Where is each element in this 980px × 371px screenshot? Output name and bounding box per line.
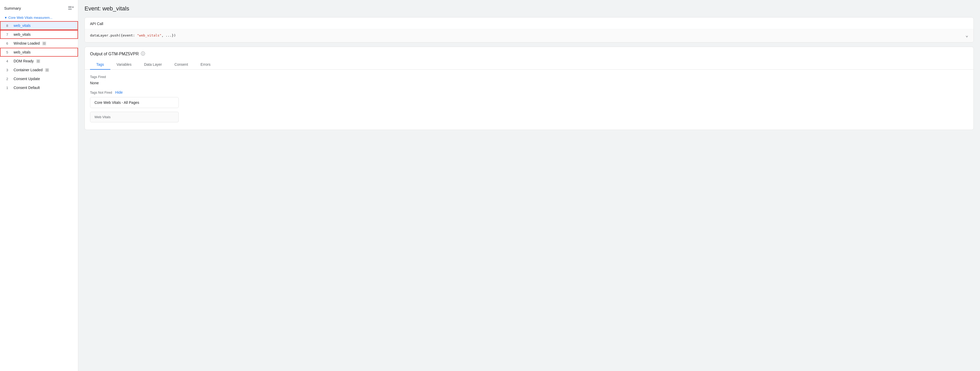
sidebar-items: 8web_vitals7web_vitals6Window Loaded⊡5we… bbox=[0, 21, 78, 92]
sidebar-item-item-1[interactable]: 1Consent Default bbox=[0, 83, 78, 92]
sidebar-item-item-4[interactable]: 4DOM Ready⊡ bbox=[0, 57, 78, 65]
api-call-card: API Call dataLayer.push({event: "web_vit… bbox=[84, 17, 974, 43]
item-event-icon: ⊡ bbox=[45, 68, 49, 72]
hide-button[interactable]: Hide bbox=[115, 90, 123, 94]
output-card: Output of GTM-PMZ5VPR ⓘ TagsVariablesDat… bbox=[84, 47, 974, 130]
item-label: Window Loaded bbox=[14, 41, 40, 45]
item-event-icon: ⊡ bbox=[42, 41, 46, 45]
item-label: web_vitals bbox=[14, 24, 30, 28]
item-label: Consent Update bbox=[14, 77, 40, 81]
item-label: Container Loaded bbox=[14, 68, 43, 72]
sidebar-header: Summary ☰* bbox=[0, 4, 78, 14]
tab-content: Tags Fired None Tags Not Fired Hide Core… bbox=[85, 70, 974, 130]
tags-not-fired-label: Tags Not Fired bbox=[90, 91, 112, 94]
tags-fired-none: None bbox=[90, 81, 968, 85]
item-label: Consent Default bbox=[14, 86, 40, 90]
sidebar-item-item-2[interactable]: 2Consent Update bbox=[0, 74, 78, 83]
item-number: 8 bbox=[6, 24, 11, 28]
tags-fired-label: Tags Fired bbox=[90, 75, 968, 79]
tag-item-tag-2: Web Vitals bbox=[90, 111, 179, 123]
item-event-icon: ⊡ bbox=[36, 59, 40, 63]
tab-errors[interactable]: Errors bbox=[194, 60, 217, 70]
sidebar-item-item-7[interactable]: 7web_vitals bbox=[0, 30, 78, 39]
group-label-text: Core Web Vitals measurem... bbox=[8, 16, 52, 19]
sidebar-item-item-3[interactable]: 3Container Loaded⊡ bbox=[0, 65, 78, 74]
api-call-title: API Call bbox=[85, 18, 974, 29]
tab-consent[interactable]: Consent bbox=[168, 60, 194, 70]
item-number: 5 bbox=[6, 50, 11, 54]
api-call-code-text: dataLayer.push({event: "web_vitals", ...… bbox=[90, 33, 176, 37]
item-number: 1 bbox=[6, 86, 11, 90]
code-prefix: dataLayer.push({event: bbox=[90, 33, 137, 37]
tags-not-fired-header: Tags Not Fired Hide bbox=[90, 90, 968, 94]
item-number: 2 bbox=[6, 77, 11, 81]
code-event: "web_vitals" bbox=[137, 33, 162, 37]
tags-list: Core Web Vitals - All PagesWeb Vitals bbox=[90, 97, 968, 124]
tabs-bar: TagsVariablesData LayerConsentErrors bbox=[85, 60, 974, 70]
item-label: DOM Ready bbox=[14, 59, 33, 63]
output-card-title: Output of GTM-PMZ5VPR bbox=[90, 52, 139, 56]
tag-item-tag-1: Core Web Vitals - All Pages bbox=[90, 97, 179, 108]
sidebar-title: Summary bbox=[4, 6, 21, 10]
sidebar-item-item-6[interactable]: 6Window Loaded⊡ bbox=[0, 39, 78, 48]
item-number: 7 bbox=[6, 33, 11, 37]
sidebar-item-item-8[interactable]: 8web_vitals bbox=[0, 21, 78, 30]
tab-data-layer[interactable]: Data Layer bbox=[138, 60, 168, 70]
tab-variables[interactable]: Variables bbox=[110, 60, 138, 70]
item-number: 3 bbox=[6, 68, 11, 72]
page-title: Event: web_vitals bbox=[84, 5, 974, 12]
item-label: web_vitals bbox=[14, 32, 30, 37]
main-content: Event: web_vitals API Call dataLayer.pus… bbox=[78, 0, 980, 371]
api-call-code-block: dataLayer.push({event: "web_vitals", ...… bbox=[85, 29, 974, 42]
help-icon[interactable]: ⓘ bbox=[141, 51, 145, 57]
item-number: 4 bbox=[6, 59, 11, 63]
sidebar-item-item-5[interactable]: 5web_vitals bbox=[0, 48, 78, 57]
sidebar-group-label[interactable]: ▼ Core Web Vitals measurem... bbox=[0, 14, 78, 21]
filter-icon[interactable]: ☰* bbox=[68, 5, 74, 11]
item-label: web_vitals bbox=[14, 50, 30, 54]
chevron-down-icon: ▼ bbox=[4, 16, 7, 19]
code-suffix: , ...}) bbox=[162, 33, 176, 37]
tab-tags[interactable]: Tags bbox=[90, 60, 110, 70]
sidebar: Summary ☰* ▼ Core Web Vitals measurem...… bbox=[0, 0, 78, 371]
item-number: 6 bbox=[6, 41, 11, 45]
output-card-header: Output of GTM-PMZ5VPR ⓘ bbox=[85, 47, 974, 57]
expand-icon[interactable]: ⌄ bbox=[966, 32, 968, 38]
